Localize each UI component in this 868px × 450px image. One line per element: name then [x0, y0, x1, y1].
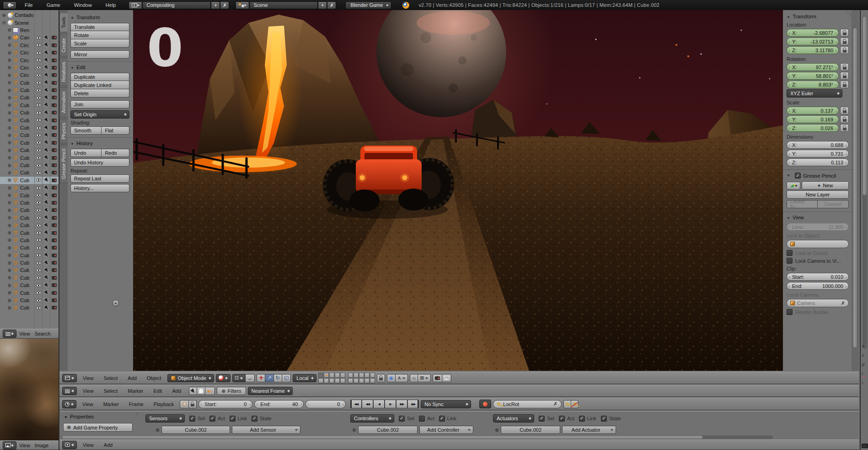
visibility-eye-icon[interactable]: [35, 51, 43, 55]
visibility-eye-icon[interactable]: [35, 208, 43, 212]
selectability-arrow-icon[interactable]: [43, 253, 50, 257]
dimension-field[interactable]: Z:0.113: [787, 158, 849, 166]
renderability-camera-icon[interactable]: [50, 178, 58, 182]
controller-object-name[interactable]: Cube.002: [358, 426, 418, 434]
expand-toggle-icon[interactable]: ⊕: [6, 80, 12, 85]
renderability-camera-icon[interactable]: [50, 65, 58, 70]
visibility-eye-icon[interactable]: [35, 81, 43, 85]
expand-toggle-icon[interactable]: ⊕: [6, 215, 12, 220]
actuator-object-name[interactable]: Cube.002: [501, 426, 560, 434]
menu-item[interactable]: View: [79, 388, 98, 394]
editor-type-nla-icon[interactable]: [62, 387, 77, 395]
visibility-eye-icon[interactable]: [35, 148, 43, 152]
selectability-arrow-icon[interactable]: [43, 111, 50, 115]
selectability-arrow-icon[interactable]: [43, 58, 50, 62]
location-field[interactable]: X:-2.68077: [787, 29, 839, 37]
menu-item[interactable]: Add: [100, 442, 117, 448]
expand-toggle-icon[interactable]: ⊕: [6, 163, 12, 168]
grease-new-button[interactable]: +New: [802, 181, 849, 190]
menu-item[interactable]: View: [79, 442, 98, 448]
pencil-draw-mode-dropdown[interactable]: [787, 182, 800, 190]
menu-item[interactable]: Select: [100, 375, 122, 381]
transform-tool-button[interactable]: Rotate: [70, 31, 129, 39]
expand-toggle-icon[interactable]: ⊕: [6, 65, 12, 70]
visibility-eye-icon[interactable]: [35, 156, 43, 160]
expand-toggle-icon[interactable]: ⊕: [6, 268, 12, 273]
actuators-filter-dropdown[interactable]: Actuators: [493, 414, 534, 423]
visibility-eye-icon[interactable]: [35, 141, 43, 145]
lock-icon[interactable]: [840, 72, 849, 80]
edit-tool-button[interactable]: Duplicate Linked: [70, 81, 129, 89]
redo-button[interactable]: Redo: [102, 149, 129, 157]
lens-field[interactable]: Lens:11.905: [787, 223, 849, 231]
editor-border[interactable]: [59, 10, 59, 450]
panel-resize-hatch[interactable]: [133, 412, 139, 419]
lock-to-cursor-checkbox[interactable]: [787, 250, 793, 256]
visibility-eye-icon[interactable]: [35, 193, 43, 197]
checkbox[interactable]: [419, 416, 425, 422]
renderability-camera-icon[interactable]: [50, 111, 58, 115]
visibility-eye-icon[interactable]: [35, 223, 43, 228]
visibility-eye-icon[interactable]: [35, 133, 43, 137]
game-properties-panel-title[interactable]: Properties: [64, 414, 94, 419]
visibility-eye-icon[interactable]: [35, 96, 43, 100]
expand-toggle-icon[interactable]: ⊕: [6, 140, 12, 145]
selectability-arrow-icon[interactable]: [43, 291, 50, 295]
visibility-eye-icon[interactable]: [35, 186, 43, 190]
lock-camera-checkbox[interactable]: [787, 258, 793, 264]
lock-icon[interactable]: [840, 46, 849, 54]
expand-toggle-icon[interactable]: ⊕: [6, 178, 12, 183]
rotation-field[interactable]: Z:8.803°: [787, 81, 839, 88]
repeat-last-button[interactable]: Repeat Last: [70, 174, 129, 183]
expand-toggle-icon[interactable]: ⊕: [6, 43, 12, 48]
renderability-camera-icon[interactable]: [50, 163, 58, 168]
scene-add-button[interactable]: +: [318, 1, 327, 9]
visibility-eye-icon[interactable]: [35, 88, 43, 92]
scene-icon-button[interactable]: [236, 1, 249, 9]
expand-toggle-icon[interactable]: ⊕: [6, 290, 12, 295]
renderability-camera-icon[interactable]: [50, 253, 58, 257]
renderability-camera-icon[interactable]: [50, 276, 58, 280]
selectability-arrow-icon[interactable]: [43, 81, 50, 85]
renderability-camera-icon[interactable]: [50, 171, 58, 175]
checkbox[interactable]: [230, 416, 236, 422]
visibility-eye-icon[interactable]: [35, 253, 43, 257]
renderability-camera-icon[interactable]: [50, 216, 58, 220]
selectability-arrow-icon[interactable]: [43, 171, 50, 175]
expand-toggle-icon[interactable]: ⊕: [6, 245, 12, 250]
grease-pencil-panel-title[interactable]: Grease Pencil: [787, 173, 849, 179]
edit-tool-button[interactable]: Delete: [70, 89, 129, 98]
transform-tool-button[interactable]: Scale: [70, 39, 129, 48]
renderability-camera-icon[interactable]: [50, 208, 58, 212]
selectability-arrow-icon[interactable]: [43, 36, 50, 40]
playback-button[interactable]: ◀◀: [362, 400, 373, 408]
renderability-camera-icon[interactable]: [50, 43, 58, 47]
expand-toggle-icon[interactable]: ⊕: [6, 88, 12, 93]
transform-panel-title[interactable]: Transform: [787, 14, 849, 19]
expand-toggle-icon[interactable]: ⊕: [6, 275, 12, 280]
layers-widget[interactable]: [318, 373, 375, 383]
opengl-render-still-button[interactable]: [433, 374, 442, 382]
menu-item[interactable]: Add: [123, 375, 141, 381]
sensors-filter-dropdown[interactable]: Sensors: [145, 414, 185, 423]
menu-item[interactable]: View: [17, 443, 32, 448]
scene-close-button[interactable]: ✗: [327, 1, 336, 9]
proportional-edit-button[interactable]: ◉: [387, 374, 396, 382]
selectability-arrow-icon[interactable]: [43, 96, 50, 100]
editor-type-outliner-icon[interactable]: [3, 330, 16, 338]
object-mode-dropdown[interactable]: Object Mode: [167, 374, 214, 382]
selectability-arrow-icon[interactable]: [43, 118, 50, 122]
visibility-eye-icon[interactable]: [35, 201, 43, 205]
proportional-falloff-dropdown[interactable]: ∧: [396, 374, 408, 382]
frame-start-field[interactable]: Start:0: [198, 400, 252, 408]
lock-icon[interactable]: [840, 29, 849, 37]
selectability-arrow-icon[interactable]: [43, 306, 50, 310]
lock-layers-button[interactable]: [377, 374, 385, 382]
expand-toggle-icon[interactable]: ⊕: [6, 103, 12, 108]
snap-magnet-icon[interactable]: ∩: [410, 374, 418, 382]
checkbox[interactable]: [252, 416, 257, 422]
visibility-eye-icon[interactable]: [35, 163, 43, 168]
selectability-arrow-icon[interactable]: [43, 186, 50, 190]
expand-toggle-icon[interactable]: ⊕: [6, 223, 12, 228]
expand-toggle-icon[interactable]: ⊕: [6, 170, 12, 175]
